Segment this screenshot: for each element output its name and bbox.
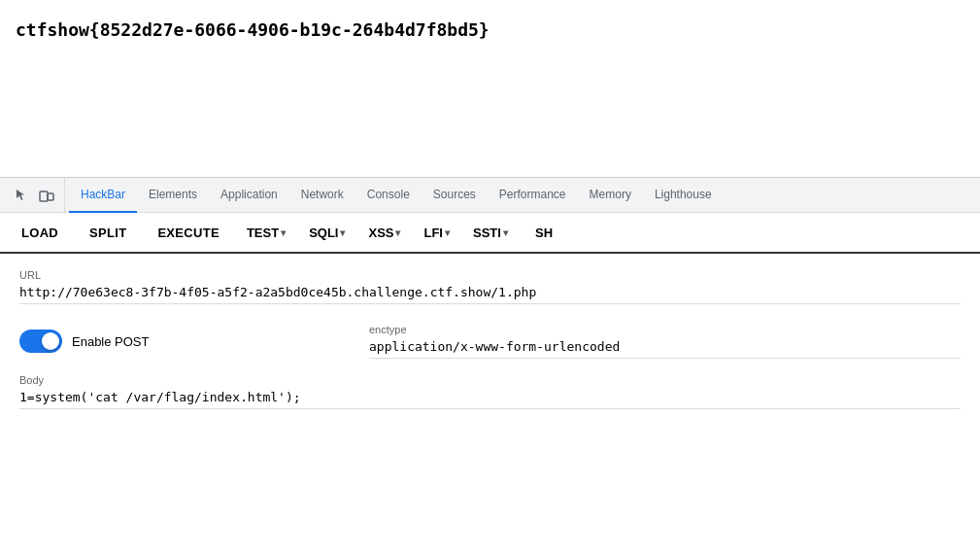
tab-lighthouse[interactable]: Lighthouse <box>643 178 724 213</box>
enctype-section: enctype <box>369 324 961 359</box>
devtools-tab-bar: HackBar Elements Application Network Con… <box>0 178 980 213</box>
body-label: Body <box>19 374 961 386</box>
ssti-dropdown-arrow: ▾ <box>503 227 508 238</box>
toggle-section: Enable POST <box>19 330 311 353</box>
test-dropdown-arrow: ▾ <box>281 227 286 238</box>
sqli-dropdown[interactable]: SQLI ▾ <box>299 220 355 246</box>
svg-rect-0 <box>40 191 48 201</box>
svg-rect-1 <box>48 193 53 200</box>
lfi-dropdown-arrow: ▾ <box>445 227 450 238</box>
devtools-inspect-icon[interactable] <box>10 184 33 207</box>
execute-button[interactable]: EXECUTE <box>144 220 233 246</box>
tab-elements[interactable]: Elements <box>137 178 209 213</box>
tab-performance[interactable]: Performance <box>488 178 578 213</box>
split-button[interactable]: SPLIT <box>76 220 140 246</box>
url-input[interactable] <box>19 285 961 304</box>
ssti-dropdown[interactable]: SSTI ▾ <box>463 220 518 246</box>
xss-dropdown-arrow: ▾ <box>395 227 400 238</box>
enable-post-toggle[interactable] <box>19 330 62 353</box>
tab-hackbar[interactable]: HackBar <box>69 178 137 213</box>
url-label: URL <box>19 269 961 281</box>
enable-post-label: Enable POST <box>72 334 150 349</box>
enctype-label: enctype <box>369 324 961 335</box>
lfi-dropdown[interactable]: LFI ▾ <box>414 220 459 246</box>
devtools-icons <box>4 178 65 212</box>
body-input[interactable] <box>19 390 961 409</box>
post-enctype-row: Enable POST enctype <box>19 324 961 359</box>
sh-button[interactable]: SH <box>522 220 567 246</box>
devtools-panel: HackBar Elements Application Network Con… <box>0 177 980 556</box>
tab-memory[interactable]: Memory <box>578 178 643 213</box>
hackbar-toolbar: LOAD SPLIT EXECUTE TEST ▾ SQLI ▾ XSS ▾ L… <box>0 213 980 254</box>
url-field-group: URL <box>19 269 961 304</box>
load-button[interactable]: LOAD <box>8 220 72 246</box>
xss-dropdown[interactable]: XSS ▾ <box>358 220 410 246</box>
page-content-area: ctfshow{8522d27e-6066-4906-b19c-264b4d7f… <box>0 0 980 180</box>
sqli-dropdown-arrow: ▾ <box>340 227 345 238</box>
tab-console[interactable]: Console <box>355 178 422 213</box>
enctype-input[interactable] <box>369 339 961 359</box>
body-field-group: Body <box>19 374 961 409</box>
devtools-device-icon[interactable] <box>35 184 58 207</box>
test-dropdown[interactable]: TEST ▾ <box>237 220 295 246</box>
tab-application[interactable]: Application <box>209 178 289 213</box>
tab-sources[interactable]: Sources <box>422 178 488 213</box>
ctf-flag-text: ctfshow{8522d27e-6066-4906-b19c-264b4d7f… <box>16 19 490 40</box>
hackbar-panel-content: URL Enable POST enctype Body <box>0 254 980 556</box>
tab-network[interactable]: Network <box>289 178 355 213</box>
